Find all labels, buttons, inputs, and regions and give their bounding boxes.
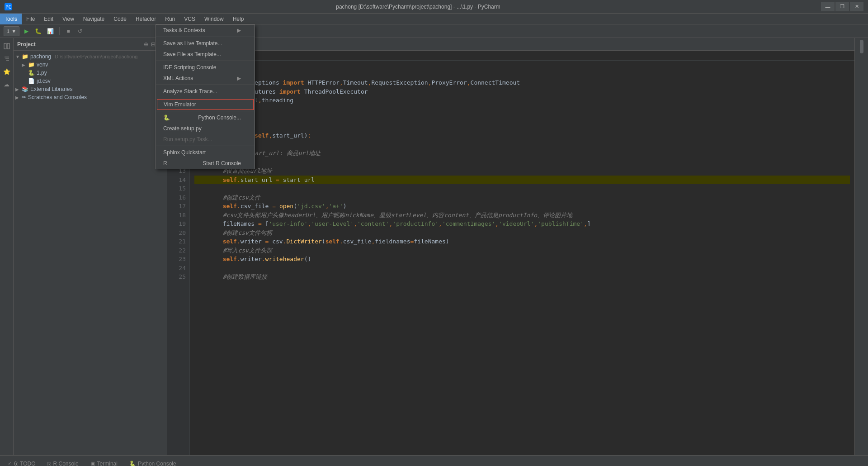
run-config-selector[interactable]: 1 ▼	[4, 26, 19, 36]
menu-item-view[interactable]: View	[58, 14, 79, 24]
folder-icon-root: 📁	[22, 53, 28, 60]
menu-entry-save-live-template[interactable]: Save as Live Template...	[156, 38, 255, 49]
menu-item-vcs[interactable]: VCS	[179, 14, 200, 24]
tab-r-console[interactable]: R R Console	[42, 458, 85, 466]
debug-button[interactable]: 🐛	[33, 26, 43, 36]
save-file-template-label: Save File as Template...	[163, 51, 221, 57]
tree-item-venv[interactable]: ▶ 📁 venv	[14, 61, 167, 69]
code-line-5: import csv,pymysql,threading	[194, 96, 850, 105]
tasks-contexts-arrow: ▶	[237, 27, 241, 33]
py-icon-1py: 🐍	[28, 70, 35, 76]
menu-sep-5	[156, 111, 255, 111]
breadcrumb: pachong › 1.py	[167, 51, 854, 61]
menu-sep-6	[156, 146, 255, 146]
todo-icon: ✓	[8, 461, 12, 466]
run-config-label: 1	[7, 29, 9, 34]
tree-item-external-libs[interactable]: ▶ 📚 External Libraries	[14, 85, 167, 93]
minimize-button[interactable]: —	[821, 2, 835, 11]
code-line-8	[194, 123, 850, 132]
tab-python-console[interactable]: 🐍 Python Console	[123, 458, 182, 466]
code-line-7	[194, 114, 850, 123]
menu-item-run[interactable]: Run	[160, 14, 179, 24]
rerun-button[interactable]: ↺	[75, 26, 85, 36]
menu-item-navigate[interactable]: Navigate	[79, 14, 109, 24]
menu-item-help[interactable]: Help	[228, 14, 249, 24]
code-line-10: """	[194, 140, 850, 149]
r-console-icon: R	[47, 461, 51, 466]
right-sidebar	[854, 38, 868, 455]
maximize-button[interactable]: ❐	[835, 2, 849, 11]
structure-toggle[interactable]	[1, 53, 13, 65]
project-tree: ▼ 📁 pachong D:\software\Pycharm\project\…	[14, 51, 167, 455]
extlibs-icon: 📚	[22, 86, 28, 92]
tree-item-pachong-root[interactable]: ▼ 📁 pachong D:\software\Pycharm\project\…	[14, 52, 167, 61]
run-button[interactable]: ▶	[21, 26, 31, 36]
scratches-icon: ✏	[22, 94, 26, 100]
run-with-coverage-button[interactable]: 📊	[45, 26, 56, 36]
terminal-icon: ▣	[90, 461, 95, 466]
menu-item-file[interactable]: File	[22, 14, 39, 24]
code-line-9: def __init__(self,start_url):	[194, 131, 850, 140]
folder-icon-venv: 📁	[28, 62, 35, 68]
project-collapse-button[interactable]: ⊟	[151, 41, 156, 48]
menu-item-refactor[interactable]: Refactor	[131, 14, 160, 24]
project-header: Project ⊕ ⊟ ⚙	[14, 38, 167, 51]
tab-r-console-label: R Console	[53, 461, 79, 466]
menu-entry-sphinx-quickstart[interactable]: Sphinx Quickstart	[156, 147, 255, 158]
menu-item-tools[interactable]: Tools	[0, 14, 22, 24]
project-add-button[interactable]: ⊕	[144, 41, 148, 48]
code-line-13: #设置商品url地址	[194, 166, 850, 176]
code-editor[interactable]: import requests import re,json from requ…	[190, 61, 854, 455]
tree-label-scratches: Scratches and Consoles	[28, 94, 87, 100]
tab-todo[interactable]: ✓ 6: TODO	[2, 458, 42, 466]
project-panel-toggle[interactable]	[1, 40, 13, 52]
menubar: Tools File Edit View Navigate Code Refac…	[0, 14, 868, 24]
menu-entry-create-setup[interactable]: Create setup.py	[156, 123, 255, 134]
menu-item-edit[interactable]: Edit	[39, 14, 58, 24]
menu-entry-tasks-contexts[interactable]: Tasks & Contexts ▶	[156, 25, 255, 36]
editor-tabs: 🐍 1.py ✕	[167, 38, 854, 51]
svg-rect-2	[4, 43, 6, 49]
menu-item-code[interactable]: Code	[109, 14, 131, 24]
code-line-4: from concurrent.futures import ThreadPoo…	[194, 87, 850, 96]
save-live-template-label: Save as Live Template...	[163, 40, 222, 47]
stop-button[interactable]: ■	[63, 26, 73, 36]
menu-entry-python-console-menu[interactable]: 🐍 Python Console...	[156, 112, 255, 123]
start-r-console-label: Start R Console	[203, 160, 241, 166]
menu-sep-4	[156, 98, 255, 98]
favorites-toggle[interactable]: ⭐	[1, 66, 13, 77]
menu-entry-xml-actions[interactable]: XML Actions ▶	[156, 73, 255, 84]
code-line-21: self.writer = csv.DictWriter(self.csv_fi…	[194, 237, 850, 246]
menu-sep-1	[156, 37, 255, 37]
tree-arrow-extlibs: ▶	[15, 87, 22, 92]
bottom-tabs: ✓ 6: TODO R R Console ▣ Terminal 🐍 Pytho…	[0, 455, 868, 466]
code-line-14: self.start_url = start_url	[194, 176, 850, 185]
menu-entry-vim-emulator[interactable]: Vim Emulator	[157, 99, 254, 110]
menu-entry-analyze-stack[interactable]: Analyze Stack Trace...	[156, 86, 255, 97]
aws-explorer-toggle[interactable]: ☁	[1, 78, 13, 90]
run-setup-label: Run setup.py Task...	[163, 136, 212, 143]
tools-dropdown-menu: Tasks & Contexts ▶ Save as Live Template…	[156, 24, 255, 169]
menu-item-window[interactable]: Window	[200, 14, 228, 24]
tree-arrow-venv: ▶	[22, 62, 28, 67]
run-config-chevron: ▼	[11, 29, 16, 34]
title-text: pachong [D:\software\Pycharm\project\pac…	[15, 4, 821, 10]
menu-entry-ide-scripting-console[interactable]: IDE Scripting Console	[156, 62, 255, 73]
tree-item-scratches[interactable]: ▶ ✏ Scratches and Consoles	[14, 93, 167, 101]
code-line-6	[194, 105, 850, 114]
tab-terminal-label: Terminal	[97, 461, 118, 466]
menu-entry-run-setup: Run setup.py Task...	[156, 134, 255, 145]
close-button[interactable]: ✕	[850, 2, 863, 11]
tree-label-1py: 1.py	[37, 70, 47, 76]
menu-entry-save-file-template[interactable]: Save File as Template...	[156, 49, 255, 60]
scrollbar-thumb[interactable]	[860, 40, 863, 53]
menu-sep-3	[156, 85, 255, 85]
tree-item-1py[interactable]: 🐍 1.py	[14, 69, 167, 77]
tab-terminal[interactable]: ▣ Terminal	[85, 458, 123, 466]
menu-entry-start-r-console[interactable]: R Start R Console	[156, 158, 255, 169]
start-r-console-icon: R	[163, 160, 167, 166]
titlebar: PC pachong [D:\software\Pycharm\project\…	[0, 0, 868, 14]
code-line-16: #创建csv文件	[194, 193, 850, 202]
code-line-18: #csv文件头部用户头像headerUrl、用户昵称nickName、星级sta…	[194, 211, 850, 220]
tree-item-jdcsv[interactable]: 📄 jd.csv	[14, 77, 167, 85]
